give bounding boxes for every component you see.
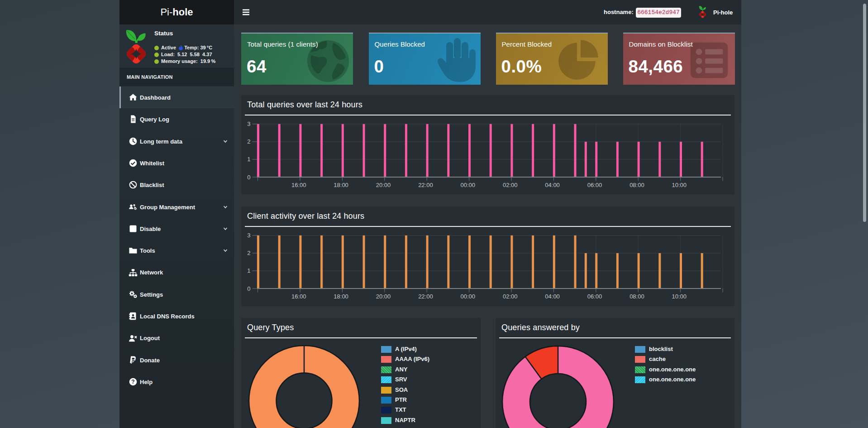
svg-text:22:00: 22:00 (418, 182, 433, 188)
svg-text:3: 3 (247, 232, 250, 239)
svg-text:18:00: 18:00 (334, 182, 348, 188)
svg-text:08:00: 08:00 (630, 182, 644, 188)
svg-text:10:00: 10:00 (672, 293, 687, 300)
svg-text:02:00: 02:00 (503, 293, 518, 300)
svg-text:04:00: 04:00 (545, 182, 560, 188)
svg-text:0: 0 (247, 174, 250, 181)
svg-text:16:00: 16:00 (291, 182, 306, 188)
svg-text:00:00: 00:00 (461, 182, 476, 188)
svg-text:1: 1 (247, 156, 250, 163)
svg-text:?: ? (131, 379, 134, 385)
svg-text:3: 3 (247, 120, 250, 127)
svg-text:06:00: 06:00 (587, 182, 602, 188)
svg-text:00:00: 00:00 (461, 293, 476, 300)
svg-text:06:00: 06:00 (587, 293, 602, 300)
svg-text:20:00: 20:00 (376, 182, 391, 188)
svg-text:08:00: 08:00 (630, 293, 644, 300)
svg-text:0: 0 (247, 285, 250, 292)
svg-text:20:00: 20:00 (376, 293, 391, 300)
svg-text:04:00: 04:00 (545, 293, 560, 300)
svg-text:1: 1 (247, 267, 250, 274)
svg-text:02:00: 02:00 (503, 182, 518, 188)
svg-text:2: 2 (247, 250, 250, 256)
svg-text:10:00: 10:00 (672, 182, 687, 188)
svg-text:16:00: 16:00 (291, 293, 306, 300)
svg-text:22:00: 22:00 (418, 293, 433, 300)
svg-text:2: 2 (247, 138, 250, 145)
svg-text:18:00: 18:00 (334, 293, 348, 300)
